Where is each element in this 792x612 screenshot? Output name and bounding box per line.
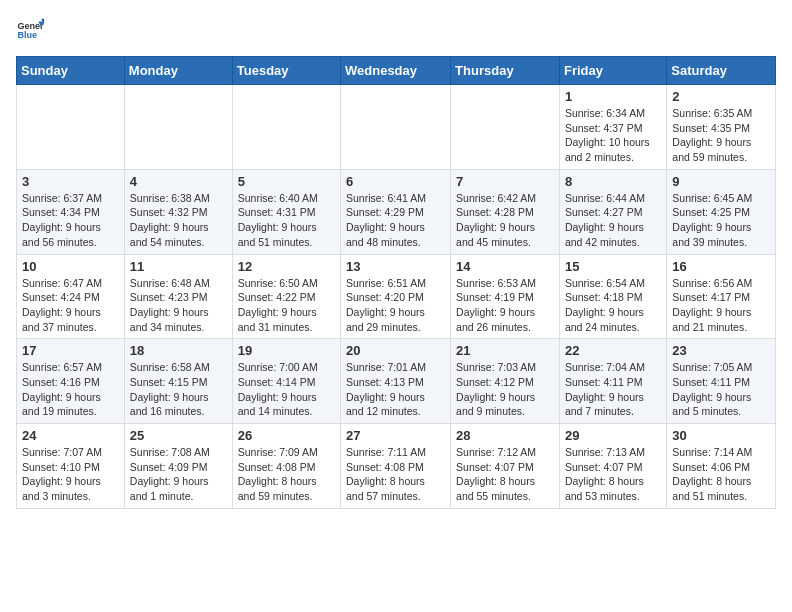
day-info: Sunrise: 7:04 AMSunset: 4:11 PMDaylight:…	[565, 360, 661, 419]
day-info: Sunrise: 7:00 AMSunset: 4:14 PMDaylight:…	[238, 360, 335, 419]
day-header-wednesday: Wednesday	[341, 57, 451, 85]
day-info: Sunrise: 7:09 AMSunset: 4:08 PMDaylight:…	[238, 445, 335, 504]
calendar-cell: 5Sunrise: 6:40 AMSunset: 4:31 PMDaylight…	[232, 169, 340, 254]
day-info: Sunrise: 6:47 AMSunset: 4:24 PMDaylight:…	[22, 276, 119, 335]
day-number: 21	[456, 343, 554, 358]
calendar-cell: 25Sunrise: 7:08 AMSunset: 4:09 PMDayligh…	[124, 424, 232, 509]
page-header: General Blue	[16, 16, 776, 44]
day-number: 23	[672, 343, 770, 358]
day-info: Sunrise: 6:51 AMSunset: 4:20 PMDaylight:…	[346, 276, 445, 335]
calendar-cell: 4Sunrise: 6:38 AMSunset: 4:32 PMDaylight…	[124, 169, 232, 254]
calendar-cell: 8Sunrise: 6:44 AMSunset: 4:27 PMDaylight…	[559, 169, 666, 254]
day-number: 13	[346, 259, 445, 274]
calendar-cell: 29Sunrise: 7:13 AMSunset: 4:07 PMDayligh…	[559, 424, 666, 509]
calendar-cell	[341, 85, 451, 170]
logo-icon: General Blue	[16, 16, 44, 44]
day-number: 26	[238, 428, 335, 443]
day-info: Sunrise: 7:14 AMSunset: 4:06 PMDaylight:…	[672, 445, 770, 504]
day-info: Sunrise: 6:45 AMSunset: 4:25 PMDaylight:…	[672, 191, 770, 250]
svg-text:Blue: Blue	[17, 30, 37, 40]
day-number: 15	[565, 259, 661, 274]
day-number: 29	[565, 428, 661, 443]
day-info: Sunrise: 6:53 AMSunset: 4:19 PMDaylight:…	[456, 276, 554, 335]
day-number: 1	[565, 89, 661, 104]
calendar-cell: 30Sunrise: 7:14 AMSunset: 4:06 PMDayligh…	[667, 424, 776, 509]
calendar-cell: 3Sunrise: 6:37 AMSunset: 4:34 PMDaylight…	[17, 169, 125, 254]
calendar-cell: 1Sunrise: 6:34 AMSunset: 4:37 PMDaylight…	[559, 85, 666, 170]
calendar-cell: 7Sunrise: 6:42 AMSunset: 4:28 PMDaylight…	[451, 169, 560, 254]
day-info: Sunrise: 6:48 AMSunset: 4:23 PMDaylight:…	[130, 276, 227, 335]
calendar-cell	[124, 85, 232, 170]
calendar-cell: 23Sunrise: 7:05 AMSunset: 4:11 PMDayligh…	[667, 339, 776, 424]
day-info: Sunrise: 6:40 AMSunset: 4:31 PMDaylight:…	[238, 191, 335, 250]
day-info: Sunrise: 7:03 AMSunset: 4:12 PMDaylight:…	[456, 360, 554, 419]
calendar-cell: 27Sunrise: 7:11 AMSunset: 4:08 PMDayligh…	[341, 424, 451, 509]
logo: General Blue	[16, 16, 48, 44]
day-number: 14	[456, 259, 554, 274]
calendar-cell: 10Sunrise: 6:47 AMSunset: 4:24 PMDayligh…	[17, 254, 125, 339]
day-info: Sunrise: 6:50 AMSunset: 4:22 PMDaylight:…	[238, 276, 335, 335]
day-number: 22	[565, 343, 661, 358]
calendar-cell: 24Sunrise: 7:07 AMSunset: 4:10 PMDayligh…	[17, 424, 125, 509]
day-info: Sunrise: 7:05 AMSunset: 4:11 PMDaylight:…	[672, 360, 770, 419]
calendar-table: SundayMondayTuesdayWednesdayThursdayFrid…	[16, 56, 776, 509]
day-number: 30	[672, 428, 770, 443]
calendar-cell: 17Sunrise: 6:57 AMSunset: 4:16 PMDayligh…	[17, 339, 125, 424]
day-number: 28	[456, 428, 554, 443]
day-number: 5	[238, 174, 335, 189]
day-info: Sunrise: 6:34 AMSunset: 4:37 PMDaylight:…	[565, 106, 661, 165]
calendar-cell: 19Sunrise: 7:00 AMSunset: 4:14 PMDayligh…	[232, 339, 340, 424]
day-info: Sunrise: 6:54 AMSunset: 4:18 PMDaylight:…	[565, 276, 661, 335]
calendar-cell: 9Sunrise: 6:45 AMSunset: 4:25 PMDaylight…	[667, 169, 776, 254]
calendar-cell: 28Sunrise: 7:12 AMSunset: 4:07 PMDayligh…	[451, 424, 560, 509]
day-number: 16	[672, 259, 770, 274]
day-info: Sunrise: 6:58 AMSunset: 4:15 PMDaylight:…	[130, 360, 227, 419]
calendar-cell: 11Sunrise: 6:48 AMSunset: 4:23 PMDayligh…	[124, 254, 232, 339]
calendar-cell: 15Sunrise: 6:54 AMSunset: 4:18 PMDayligh…	[559, 254, 666, 339]
calendar-cell: 20Sunrise: 7:01 AMSunset: 4:13 PMDayligh…	[341, 339, 451, 424]
day-header-friday: Friday	[559, 57, 666, 85]
day-info: Sunrise: 7:12 AMSunset: 4:07 PMDaylight:…	[456, 445, 554, 504]
day-number: 25	[130, 428, 227, 443]
day-header-thursday: Thursday	[451, 57, 560, 85]
calendar-cell: 26Sunrise: 7:09 AMSunset: 4:08 PMDayligh…	[232, 424, 340, 509]
calendar-cell	[232, 85, 340, 170]
day-number: 20	[346, 343, 445, 358]
calendar-cell: 2Sunrise: 6:35 AMSunset: 4:35 PMDaylight…	[667, 85, 776, 170]
day-number: 6	[346, 174, 445, 189]
calendar-cell: 14Sunrise: 6:53 AMSunset: 4:19 PMDayligh…	[451, 254, 560, 339]
day-number: 9	[672, 174, 770, 189]
calendar-cell: 22Sunrise: 7:04 AMSunset: 4:11 PMDayligh…	[559, 339, 666, 424]
day-info: Sunrise: 7:07 AMSunset: 4:10 PMDaylight:…	[22, 445, 119, 504]
day-header-monday: Monday	[124, 57, 232, 85]
day-number: 2	[672, 89, 770, 104]
day-info: Sunrise: 7:08 AMSunset: 4:09 PMDaylight:…	[130, 445, 227, 504]
day-info: Sunrise: 6:42 AMSunset: 4:28 PMDaylight:…	[456, 191, 554, 250]
day-info: Sunrise: 6:57 AMSunset: 4:16 PMDaylight:…	[22, 360, 119, 419]
day-number: 27	[346, 428, 445, 443]
day-info: Sunrise: 6:56 AMSunset: 4:17 PMDaylight:…	[672, 276, 770, 335]
calendar-cell: 12Sunrise: 6:50 AMSunset: 4:22 PMDayligh…	[232, 254, 340, 339]
calendar-cell: 21Sunrise: 7:03 AMSunset: 4:12 PMDayligh…	[451, 339, 560, 424]
day-info: Sunrise: 6:35 AMSunset: 4:35 PMDaylight:…	[672, 106, 770, 165]
day-header-sunday: Sunday	[17, 57, 125, 85]
day-number: 12	[238, 259, 335, 274]
day-info: Sunrise: 7:11 AMSunset: 4:08 PMDaylight:…	[346, 445, 445, 504]
day-info: Sunrise: 7:13 AMSunset: 4:07 PMDaylight:…	[565, 445, 661, 504]
day-header-saturday: Saturday	[667, 57, 776, 85]
day-info: Sunrise: 6:38 AMSunset: 4:32 PMDaylight:…	[130, 191, 227, 250]
day-number: 3	[22, 174, 119, 189]
day-number: 18	[130, 343, 227, 358]
day-number: 10	[22, 259, 119, 274]
day-number: 4	[130, 174, 227, 189]
day-info: Sunrise: 6:37 AMSunset: 4:34 PMDaylight:…	[22, 191, 119, 250]
day-number: 11	[130, 259, 227, 274]
day-number: 19	[238, 343, 335, 358]
day-number: 17	[22, 343, 119, 358]
day-header-tuesday: Tuesday	[232, 57, 340, 85]
calendar-cell	[451, 85, 560, 170]
calendar-cell: 18Sunrise: 6:58 AMSunset: 4:15 PMDayligh…	[124, 339, 232, 424]
day-info: Sunrise: 7:01 AMSunset: 4:13 PMDaylight:…	[346, 360, 445, 419]
calendar-cell: 6Sunrise: 6:41 AMSunset: 4:29 PMDaylight…	[341, 169, 451, 254]
day-number: 7	[456, 174, 554, 189]
